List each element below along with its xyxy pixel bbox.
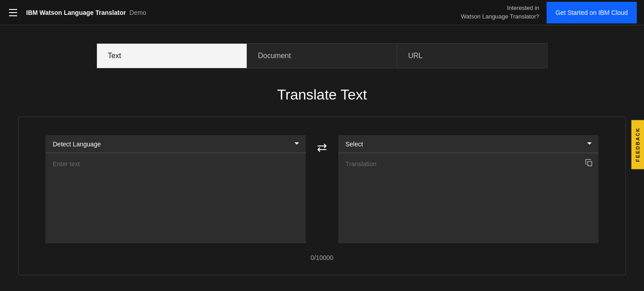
source-text-input[interactable] <box>46 153 306 243</box>
source-language-dropdown[interactable]: Detect Language <box>46 135 306 153</box>
target-language-dropdown-wrapper: Select <box>338 135 598 153</box>
translation-output-box: Translation <box>338 153 598 243</box>
swap-languages-button[interactable] <box>313 139 331 157</box>
feedback-tab-container: FEEDBACK <box>631 120 644 171</box>
app-title: IBM Watson Language Translator Demo <box>26 9 146 16</box>
source-panel: Detect Language <box>46 135 306 245</box>
tab-document[interactable]: Document <box>247 44 397 68</box>
source-language-dropdown-wrapper: Detect Language <box>46 135 306 153</box>
app-brand-name: IBM Watson Language Translator <box>26 9 126 16</box>
translator-panels: Detect Language <box>46 135 598 245</box>
svg-rect-0 <box>588 161 592 166</box>
header-interest-text: Interested in Watson Language Translator… <box>461 4 539 20</box>
hamburger-menu-icon[interactable] <box>7 7 19 18</box>
app-demo-badge: Demo <box>129 9 146 16</box>
target-panel: Select Translation <box>338 135 598 243</box>
get-started-button[interactable]: Get Started on IBM Cloud <box>547 2 637 23</box>
character-count: 0/10000 <box>46 254 598 261</box>
tab-url[interactable]: URL <box>397 44 547 68</box>
tab-text[interactable]: Text <box>97 44 247 68</box>
app-header: IBM Watson Language Translator Demo Inte… <box>0 0 644 25</box>
copy-translation-button[interactable] <box>583 157 595 168</box>
target-language-dropdown[interactable]: Select <box>338 135 598 153</box>
header-right: Interested in Watson Language Translator… <box>461 2 637 23</box>
main-content: Translate Text Detect Language <box>0 86 644 291</box>
translation-placeholder-text: Translation <box>338 153 598 175</box>
translator-box: Detect Language <box>18 117 626 275</box>
header-left: IBM Watson Language Translator Demo <box>7 7 146 18</box>
swap-button-container <box>306 139 338 157</box>
tab-bar: Text Document URL <box>97 43 547 68</box>
page-title: Translate Text <box>18 86 626 103</box>
feedback-button[interactable]: FEEDBACK <box>631 120 644 169</box>
